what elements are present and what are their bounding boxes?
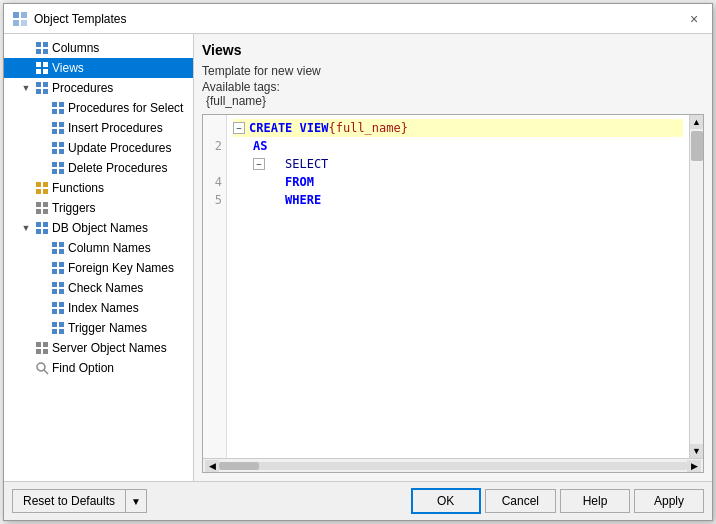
grid-icon (34, 60, 50, 76)
sidebar-item-views[interactable]: Views (4, 58, 193, 78)
collapse-icon-3[interactable]: − (253, 158, 265, 170)
line-num-2: 2 (215, 137, 222, 155)
expand-placeholder (36, 142, 48, 154)
grid-icon (50, 300, 66, 316)
reset-defaults-button[interactable]: Reset to Defaults (13, 490, 125, 512)
svg-rect-4 (36, 42, 41, 47)
sidebar-item-functions-label: Functions (52, 181, 104, 195)
svg-rect-46 (52, 249, 57, 254)
sidebar-item-foreign-key-names-label: Foreign Key Names (68, 261, 174, 275)
sidebar-item-column-names-label: Column Names (68, 241, 151, 255)
svg-rect-65 (43, 342, 48, 347)
reset-defaults-arrow-button[interactable]: ▼ (125, 490, 146, 512)
scroll-up-button[interactable]: ▲ (690, 115, 704, 129)
scroll-track (690, 129, 703, 444)
sidebar-item-triggers[interactable]: Triggers (4, 198, 193, 218)
code-editor[interactable]: 2 4 5 − CREATE VIEW {full_name} (202, 114, 704, 473)
tags-value: {full_name} (206, 94, 266, 108)
sidebar-item-delete-procedures-label: Delete Procedures (68, 161, 167, 175)
cancel-button[interactable]: Cancel (485, 489, 556, 513)
svg-rect-3 (21, 20, 27, 26)
svg-rect-49 (59, 262, 64, 267)
sidebar-item-delete-procedures[interactable]: Delete Procedures (4, 158, 193, 178)
svg-rect-35 (43, 189, 48, 194)
window-icon (12, 11, 28, 27)
scroll-thumb[interactable] (691, 131, 703, 161)
kw-create: CREATE VIEW (249, 119, 328, 137)
expand-placeholder (20, 182, 32, 194)
grid-icon (50, 160, 66, 176)
server-icon (34, 340, 50, 356)
horizontal-scrollbar[interactable]: ◀ ▶ (203, 458, 703, 472)
collapse-icon-1[interactable]: − (233, 122, 245, 134)
expand-placeholder (36, 162, 48, 174)
code-line-5: WHERE (233, 191, 683, 209)
grid-icon (50, 120, 66, 136)
code-lines[interactable]: − CREATE VIEW {full_name} AS − SEL (227, 115, 689, 458)
sidebar-item-functions[interactable]: Functions (4, 178, 193, 198)
sidebar-item-procedures-select-label: Procedures for Select (68, 101, 183, 115)
svg-rect-36 (36, 202, 41, 207)
sidebar-item-update-procedures[interactable]: Update Procedures (4, 138, 193, 158)
sidebar-item-foreign-key-names[interactable]: Foreign Key Names (4, 258, 193, 278)
svg-rect-2 (13, 20, 19, 26)
sidebar-item-find-option[interactable]: Find Option (4, 358, 193, 378)
close-button[interactable]: × (684, 9, 704, 29)
svg-rect-67 (43, 349, 48, 354)
template-label: Template for new view (202, 64, 704, 78)
svg-line-69 (44, 370, 48, 374)
sidebar-item-trigger-names[interactable]: Trigger Names (4, 318, 193, 338)
scroll-down-button[interactable]: ▼ (690, 444, 704, 458)
expand-placeholder (36, 262, 48, 274)
sidebar-item-server-object-names[interactable]: Server Object Names (4, 338, 193, 358)
svg-rect-7 (43, 49, 48, 54)
svg-rect-51 (59, 269, 64, 274)
kw-where: WHERE (285, 191, 321, 209)
svg-rect-34 (36, 189, 41, 194)
scroll-thumb-h[interactable] (219, 462, 259, 470)
svg-rect-14 (36, 89, 41, 94)
sidebar-item-index-names[interactable]: Index Names (4, 298, 193, 318)
sidebar-item-column-names[interactable]: Column Names (4, 238, 193, 258)
sidebar-item-columns[interactable]: Columns (4, 38, 193, 58)
expand-placeholder (36, 242, 48, 254)
ok-button[interactable]: OK (411, 488, 481, 514)
scroll-right-button[interactable]: ▶ (687, 460, 701, 472)
sidebar-item-procedures-select[interactable]: Procedures for Select (4, 98, 193, 118)
line-num-1 (215, 119, 222, 137)
svg-rect-56 (52, 302, 57, 307)
indent-spacer2 (233, 155, 249, 173)
svg-rect-28 (52, 162, 57, 167)
sidebar-item-db-object-names[interactable]: ▼ DB Object Names (4, 218, 193, 238)
sidebar-item-insert-procedures[interactable]: Insert Procedures (4, 118, 193, 138)
scroll-left-button[interactable]: ◀ (205, 460, 219, 472)
window-title: Object Templates (34, 12, 684, 26)
svg-rect-25 (59, 142, 64, 147)
expand-icon[interactable]: ▼ (20, 82, 32, 94)
code-line-1: − CREATE VIEW {full_name} (233, 119, 683, 137)
apply-button[interactable]: Apply (634, 489, 704, 513)
sidebar-item-procedures-label: Procedures (52, 81, 113, 95)
svg-rect-41 (43, 222, 48, 227)
svg-rect-16 (52, 102, 57, 107)
svg-rect-39 (43, 209, 48, 214)
svg-rect-15 (43, 89, 48, 94)
svg-rect-38 (36, 209, 41, 214)
expand-icon[interactable]: ▼ (20, 222, 32, 234)
grid-icon (50, 260, 66, 276)
svg-rect-26 (52, 149, 57, 154)
help-button[interactable]: Help (560, 489, 630, 513)
svg-rect-24 (52, 142, 57, 147)
footer: Reset to Defaults ▼ OK Cancel Help Apply (4, 481, 712, 520)
svg-rect-9 (43, 62, 48, 67)
svg-rect-57 (59, 302, 64, 307)
svg-rect-42 (36, 229, 41, 234)
svg-rect-63 (59, 329, 64, 334)
svg-rect-1 (21, 12, 27, 18)
sidebar-item-check-names[interactable]: Check Names (4, 278, 193, 298)
reset-defaults-split-button[interactable]: Reset to Defaults ▼ (12, 489, 147, 513)
sidebar-item-procedures[interactable]: ▼ Procedures (4, 78, 193, 98)
vertical-scrollbar[interactable]: ▲ ▼ (689, 115, 703, 458)
sidebar-item-trigger-names-label: Trigger Names (68, 321, 147, 335)
svg-rect-10 (36, 69, 41, 74)
